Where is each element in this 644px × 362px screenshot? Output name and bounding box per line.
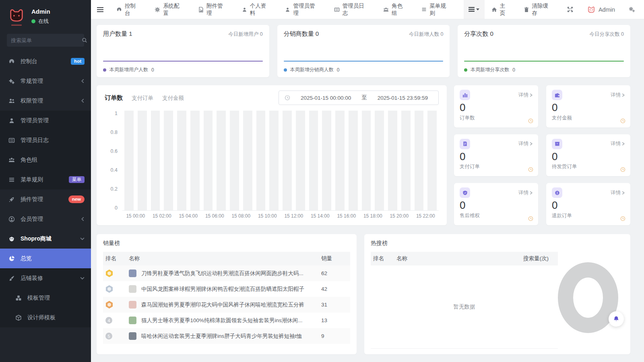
- sidebar-item-admin-log[interactable]: 管理员日志: [0, 130, 91, 150]
- product-name: 森马国潮短裤男夏季潮印花大码中国风裤子休闲嘻哈潮流宽松五分裤: [141, 301, 316, 309]
- stat-card-users: 用户数量 1 今日新增用户 0 本周新增用户人数0: [97, 25, 269, 77]
- product-name: 猫人男士睡衣男夏季100%纯棉薄款圆领套头短袖套装男ins潮休闲...: [141, 317, 316, 324]
- sidebar-item-overview[interactable]: 总览: [0, 249, 91, 268]
- notification-fab[interactable]: [609, 311, 624, 327]
- col-name: 名称: [126, 252, 319, 265]
- stat-cards-row: 用户数量 1 今日新增用户 0 本周新增用户人数0 分销商数量 0 今日新增人数…: [97, 25, 630, 77]
- hot-search-panel: 热搜榜 排名 名称 搜索量(次) 暂无数据: [364, 234, 630, 354]
- legend-dot-icon: [284, 68, 287, 72]
- date-end-input[interactable]: 2025-01-15 23:59:59: [373, 95, 433, 101]
- topbar-tab-dashboard[interactable]: 控制台: [109, 0, 148, 19]
- order-chart-panel: 订单数 支付订单 支付金额 2025-01-15 00:00:00 至 2025…: [97, 85, 447, 225]
- table-row[interactable]: 5 嘻哈休闲运动套装男士夏季潮牌ins胖子大码青少年男装短裤短袖t恤 9: [103, 328, 350, 344]
- stat-card-shares: 分享次数 0 今日分享次数 0 本周新增分享次数0: [458, 25, 630, 77]
- product-thumbnail: [129, 301, 136, 309]
- chart-bar: [349, 111, 358, 210]
- roles-icon: [383, 7, 389, 12]
- search-input[interactable]: [11, 37, 82, 43]
- main-content: 用户数量 1 今日新增用户 0 本周新增用户人数0 分销商数量 0 今日新增人数…: [91, 19, 644, 362]
- sidebar-item-plugins[interactable]: 插件管理 new: [0, 189, 91, 209]
- table-row[interactable]: 中国风龙图案棒球帽男潮牌休闲鸭舌帽女潮流百搭防晒遮阳太阳帽子 42: [103, 281, 350, 297]
- topbar-tab-system-config[interactable]: 系统配置: [148, 0, 192, 19]
- stat-card-title: 分享次数 0: [464, 30, 493, 38]
- tab-order-count[interactable]: 订单数: [105, 94, 123, 102]
- table-row[interactable]: 4 猫人男士睡衣男夏季100%纯棉薄款圆领套头短袖套装男ins潮休闲... 13: [103, 313, 350, 328]
- sidebar-search[interactable]: [7, 34, 84, 47]
- sidebar: Admin 在线 控制台 hot 常规管理 权限管理 管理员管理: [0, 0, 91, 362]
- date-start-input[interactable]: 2025-01-15 00:00:00: [296, 95, 356, 101]
- sidebar-toggle-button[interactable]: [91, 0, 109, 19]
- date-range-picker[interactable]: 2025-01-15 00:00:00 至 2025-01-15 23:59:5…: [279, 90, 439, 105]
- tile-label: 支付金额: [552, 115, 625, 121]
- topbar-tab-roles[interactable]: 角色组: [376, 0, 415, 19]
- user-menu[interactable]: Admin: [580, 0, 622, 19]
- col-name: 名称: [394, 252, 521, 265]
- detail-link[interactable]: 详情: [611, 92, 625, 99]
- cogs-icon: [629, 6, 635, 12]
- sidebar-item-template-manage[interactable]: 模板管理: [0, 288, 91, 308]
- dashboard-icon: [8, 58, 15, 65]
- tile-paid-amount: 详情 0 支付金额: [546, 85, 630, 128]
- sidebar-item-roles[interactable]: 角色组: [0, 150, 91, 170]
- product-thumbnail: [129, 332, 136, 340]
- sidebar-item-shopro[interactable]: Shopro商城: [0, 229, 91, 249]
- detail-link[interactable]: 详情: [518, 92, 533, 99]
- chevron-right-icon: [530, 93, 533, 97]
- sidebar-item-menu-rules[interactable]: 菜单规则 菜单: [0, 170, 91, 189]
- sidebar-item-admin-manage[interactable]: 管理员管理: [0, 111, 91, 130]
- chevron-right-icon: [622, 191, 625, 195]
- sales-value: 62: [319, 265, 350, 281]
- sidebar-item-designer-template[interactable]: 设计师模板: [0, 308, 91, 327]
- search-icon[interactable]: [82, 37, 87, 43]
- avatar[interactable]: [7, 7, 26, 26]
- chart-bar: [322, 111, 331, 210]
- topbar-username: Admin: [599, 6, 615, 13]
- tab-paid-amount[interactable]: 支付金额: [162, 95, 184, 102]
- topbar-tab-profile[interactable]: 个人资料: [235, 0, 279, 19]
- home-button[interactable]: 主页: [485, 0, 518, 19]
- x-tick-label: 15 20:00: [386, 213, 413, 219]
- product-thumbnail: [129, 269, 136, 277]
- chevron-left-icon: [81, 79, 85, 83]
- table-row[interactable]: 刀锋男鞋夏季透气防臭飞织运动鞋男潮流百搭休闲网面跑步鞋大码... 62: [103, 265, 350, 281]
- chevron-right-icon: [622, 142, 625, 146]
- topbar-tab-menu-rules[interactable]: 菜单规则: [415, 0, 458, 19]
- topbar-tab-admin-manage[interactable]: 管理员管理: [278, 0, 327, 19]
- tab-paid-orders[interactable]: 支付订单: [132, 95, 153, 102]
- stat-card-title: 分销商数量 0: [284, 30, 319, 38]
- settings-button[interactable]: [622, 0, 644, 19]
- fullscreen-button[interactable]: [560, 0, 580, 19]
- invoice-icon: [460, 139, 470, 149]
- tile-order-count: 详情 0 订单数: [454, 85, 538, 128]
- tabs-dropdown-button[interactable]: [464, 0, 485, 19]
- detail-link[interactable]: 详情: [611, 189, 625, 196]
- tile-paid-orders: 详情 0 支付订单: [454, 134, 538, 177]
- hot-search-table: 排名 名称 搜索量(次) 暂无数据: [371, 252, 558, 349]
- rocket-icon: [8, 196, 15, 203]
- product-name: 刀锋男鞋夏季透气防臭飞织运动鞋男潮流百搭休闲网面跑步鞋大码...: [141, 270, 316, 277]
- gears-icon: [8, 78, 15, 84]
- clock-icon: [528, 118, 533, 123]
- sidebar-item-dashboard[interactable]: 控制台 hot: [0, 51, 91, 71]
- sidebar-item-shop-decor[interactable]: 店铺装修: [0, 268, 91, 288]
- chevron-down-icon: [80, 237, 85, 241]
- sidebar-user-panel: Admin 在线: [0, 0, 91, 28]
- tile-value: 0: [552, 200, 625, 211]
- sidebar-item-auth[interactable]: 权限管理: [0, 91, 91, 111]
- product-name: 中国风龙图案棒球帽男潮牌休闲鸭舌帽女潮流百搭防晒遮阳太阳帽子: [141, 286, 316, 293]
- detail-link[interactable]: 详情: [518, 189, 533, 196]
- sidebar-item-general[interactable]: 常规管理: [0, 71, 91, 91]
- clear-cache-button[interactable]: 清除缓存: [517, 0, 560, 19]
- clock-icon: [528, 167, 533, 172]
- topbar-tab-admin-log[interactable]: 管理员日志: [327, 0, 376, 19]
- online-dot-icon: [31, 19, 35, 23]
- detail-link[interactable]: 详情: [611, 140, 625, 147]
- detail-link[interactable]: 详情: [518, 140, 533, 147]
- topbar-tab-attachments[interactable]: 附件管理: [192, 0, 235, 19]
- package-icon: [552, 139, 562, 149]
- sidebar-item-members[interactable]: 会员管理: [0, 209, 91, 229]
- chevron-right-icon: [530, 191, 533, 195]
- table-row[interactable]: 森马国潮短裤男夏季潮印花大码中国风裤子休闲嘻哈潮流宽松五分裤 31: [103, 297, 350, 313]
- chevron-down-icon: [80, 276, 85, 280]
- chevron-right-icon: [530, 142, 533, 146]
